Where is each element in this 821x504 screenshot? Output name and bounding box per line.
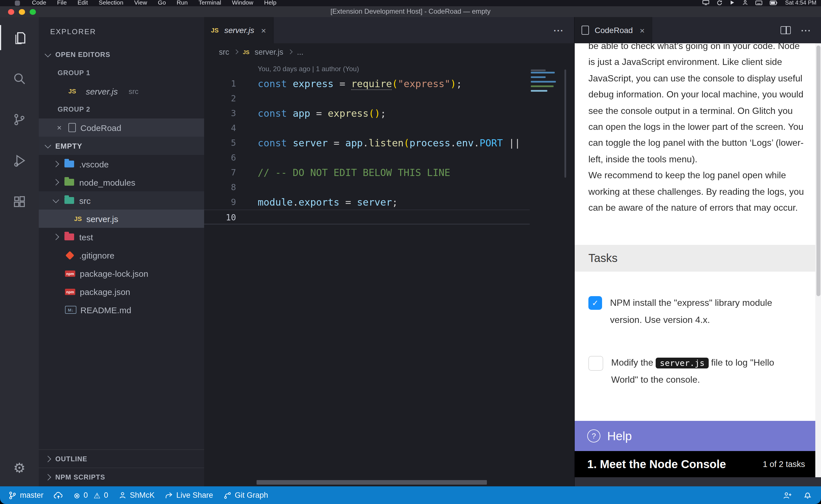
- menubar-clock[interactable]: Sat 4:54 PM: [785, 0, 816, 6]
- tree-item-vscode[interactable]: .vscode: [39, 155, 204, 173]
- open-editor-coderoad[interactable]: × CodeRoad: [39, 118, 204, 137]
- code-line[interactable]: 10: [204, 210, 574, 224]
- webview-scrollbar[interactable]: [815, 43, 821, 477]
- breadcrumb: src JS server.js ...: [204, 43, 574, 60]
- tree-item-gitignore[interactable]: .gitignore: [39, 246, 204, 264]
- editor-tab-bar: JS server.js × ···: [204, 17, 574, 43]
- warnings-icon: ⚠: [93, 491, 100, 500]
- tree-item-src[interactable]: src: [39, 191, 204, 210]
- account-status[interactable]: ShMcK: [118, 491, 154, 499]
- breadcrumb-symbol[interactable]: ...: [297, 48, 304, 56]
- person-icon: [118, 491, 126, 499]
- tree-item-readme[interactable]: M↓ README.md: [39, 301, 204, 319]
- close-tab-icon[interactable]: ×: [261, 25, 266, 35]
- workspace-header-empty[interactable]: EMPTY: [39, 137, 204, 155]
- live-share-icon: [165, 491, 173, 499]
- open-editor-server-js[interactable]: JS server.js src: [39, 82, 204, 100]
- activitybar-explorer[interactable]: [0, 17, 39, 58]
- display-icon[interactable]: [703, 0, 709, 5]
- panel-more-actions-icon[interactable]: ···: [801, 25, 811, 35]
- add-contact-icon[interactable]: [783, 491, 792, 499]
- code-line[interactable]: 9module.exports = server;: [204, 195, 574, 210]
- play-icon[interactable]: [730, 0, 735, 5]
- code-line[interactable]: 5const server = app.listen(process.env.P…: [204, 136, 574, 150]
- apple-menu-icon[interactable]: [15, 1, 20, 6]
- lesson-progress: 1 of 2 tasks: [763, 460, 805, 469]
- tasks-band: Tasks: [575, 245, 815, 272]
- activitybar-extensions[interactable]: [0, 181, 39, 222]
- files-icon: [12, 30, 27, 45]
- menu-item[interactable]: Go: [158, 0, 166, 6]
- battery-icon[interactable]: [770, 0, 778, 5]
- tab-coderoad[interactable]: CodeRoad ×: [575, 17, 652, 43]
- lesson-footer[interactable]: 1. Meet the Node Console 1 of 2 tasks: [575, 451, 815, 477]
- activitybar-search[interactable]: [0, 58, 39, 99]
- task-checkbox-unchecked[interactable]: [588, 356, 603, 371]
- notifications-bell-icon[interactable]: [803, 491, 812, 499]
- activity-bar: ⚙: [0, 17, 39, 486]
- tasks-header: Tasks: [588, 252, 618, 265]
- live-share-status[interactable]: Live Share: [165, 491, 213, 499]
- code-editor[interactable]: You, 20 days ago | 1 author (You) 1const…: [204, 60, 574, 486]
- lesson-text: be able to check what’s going on in your…: [575, 43, 815, 216]
- outline-section-header[interactable]: OUTLINE: [39, 449, 204, 468]
- git-branch-status[interactable]: master: [8, 491, 44, 500]
- git-branch-icon: [8, 491, 17, 500]
- check-icon: ✓: [592, 298, 598, 308]
- task-checkbox-checked[interactable]: ✓: [588, 296, 602, 310]
- breadcrumb-folder[interactable]: src: [219, 48, 229, 56]
- file-icon: [581, 26, 589, 35]
- code-line[interactable]: 6: [204, 150, 574, 165]
- git-graph-status[interactable]: Git Graph: [224, 491, 268, 499]
- user-icon[interactable]: [742, 0, 748, 5]
- editor-more-actions-icon[interactable]: ···: [553, 25, 564, 35]
- menu-item[interactable]: View: [134, 0, 147, 6]
- menu-item[interactable]: Run: [177, 0, 188, 6]
- close-tab-icon[interactable]: ×: [640, 25, 645, 35]
- folder-src-icon: [64, 197, 74, 204]
- problems-status[interactable]: ⊗ 0 ⚠ 0: [74, 491, 108, 500]
- codelens-annotation[interactable]: You, 20 days ago | 1 author (You): [204, 60, 574, 76]
- tree-item-node-modules[interactable]: node_modules: [39, 173, 204, 191]
- tree-item-server-js[interactable]: JS server.js: [39, 210, 204, 228]
- panel-bottom-strip: [575, 477, 821, 486]
- menu-item[interactable]: Edit: [77, 0, 88, 6]
- minimap[interactable]: [531, 69, 557, 95]
- tree-item-package-json[interactable]: npm package.json: [39, 282, 204, 301]
- menu-item[interactable]: File: [57, 0, 67, 6]
- horizontal-scrollbar[interactable]: [257, 480, 487, 485]
- tree-item-package-lock[interactable]: npm package-lock.json: [39, 264, 204, 282]
- close-editor-icon[interactable]: ×: [56, 124, 63, 132]
- chevron-down-icon: [45, 142, 51, 148]
- breadcrumb-file[interactable]: server.js: [255, 48, 283, 56]
- vertical-scrollbar[interactable]: [564, 69, 566, 178]
- code-line[interactable]: 8: [204, 180, 574, 195]
- code-line[interactable]: 2: [204, 91, 574, 106]
- code-line[interactable]: 4: [204, 121, 574, 136]
- sync-icon[interactable]: [717, 0, 722, 5]
- webview-scrollbar-thumb[interactable]: [816, 46, 820, 296]
- settings-gear-icon[interactable]: ⚙: [0, 457, 39, 480]
- open-editors-header[interactable]: OPEN EDITORS: [39, 46, 204, 64]
- keyboard-icon[interactable]: [755, 0, 762, 5]
- macos-menubar: CodeFileEditSelectionViewGoRunTerminalWi…: [0, 0, 821, 6]
- split-editor-icon[interactable]: [781, 26, 791, 34]
- menu-item[interactable]: Code: [32, 0, 46, 6]
- menu-item[interactable]: Selection: [99, 0, 123, 6]
- menu-item[interactable]: Terminal: [198, 0, 221, 6]
- npm-scripts-section-header[interactable]: NPM SCRIPTS: [39, 468, 204, 486]
- tab-server-js[interactable]: JS server.js ×: [204, 17, 273, 43]
- menubar-items: CodeFileEditSelectionViewGoRunTerminalWi…: [32, 0, 277, 6]
- code-line[interactable]: 3const app = express();: [204, 106, 574, 121]
- activitybar-run-debug[interactable]: [0, 140, 39, 181]
- help-bar[interactable]: ? Help: [575, 421, 815, 451]
- npm-file-icon: npm: [65, 270, 75, 276]
- menu-item[interactable]: Help: [264, 0, 276, 6]
- tree-item-test[interactable]: test: [39, 228, 204, 246]
- code-line[interactable]: 1const express = require("express");: [204, 76, 574, 91]
- sync-status[interactable]: [54, 491, 64, 499]
- activitybar-source-control[interactable]: [0, 99, 39, 140]
- menu-item[interactable]: Window: [232, 0, 254, 6]
- code-line[interactable]: 7// -- DO NOT EDIT BELOW THIS LINE: [204, 165, 574, 180]
- file-icon: [68, 123, 76, 132]
